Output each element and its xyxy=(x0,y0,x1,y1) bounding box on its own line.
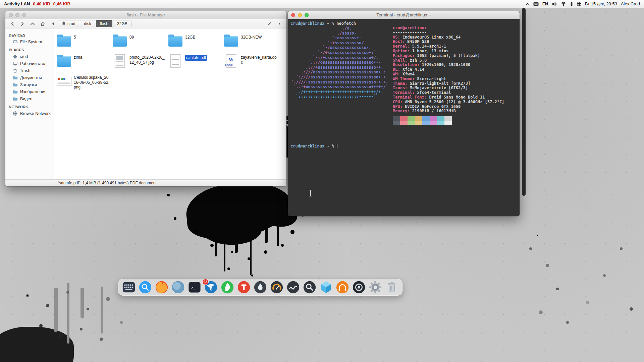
file-manager-window: flash - File Manager cruddiskflash32GB D… xyxy=(5,11,286,186)
fm-files[interactable]: 50932GB32GB-NEWzimaphoto_2020-02-26_12_4… xyxy=(54,28,286,179)
dock-item-terminal-app[interactable]: >_ xyxy=(187,280,202,294)
zoom-button[interactable] xyxy=(22,13,26,17)
minimize-button[interactable] xyxy=(298,13,302,17)
palette-swatch xyxy=(444,116,452,121)
close-button[interactable] xyxy=(9,13,13,17)
file-santafe-pdf[interactable]: santafe.pdf xyxy=(168,53,221,72)
dock-item-green-app[interactable] xyxy=(220,280,234,294)
file-label: 32GB-NEW xyxy=(241,35,277,52)
fm-sidebar: DEVICESFile SystemPLACEScrudРабочий стол… xyxy=(5,28,54,179)
prompt-user: crud@archlinux xyxy=(290,144,324,148)
breadcrumb-item-crud[interactable]: crud xyxy=(58,20,79,27)
dock-item-search-blue-app[interactable] xyxy=(138,280,152,294)
dock-item-gem-app[interactable] xyxy=(319,280,333,294)
sidebar-item-label: crud xyxy=(20,54,28,59)
wifi-icon[interactable] xyxy=(561,2,566,6)
ascii-art-line: `:////ssssssssssssssssssssssssssso+++. xyxy=(291,75,388,80)
terminal-prompt[interactable]: crud@archlinux ~ % xyxy=(290,144,517,148)
back-button[interactable] xyxy=(8,20,17,27)
dock-item-trash[interactable] xyxy=(385,280,399,294)
dock: >_63 xyxy=(118,279,402,296)
dock-item-curve-app[interactable] xyxy=(286,280,300,294)
terminal-output[interactable]: crud@archlinux ~ % neofetch ./o. ./sssso… xyxy=(288,19,520,216)
file-снимок-экрана-2016-06-05-06-38-52-png[interactable]: Снимок экрана_2016-06-05_06-38-52.png xyxy=(56,73,110,92)
dock-item-thunderbird[interactable]: 63 xyxy=(204,280,218,294)
breadcrumb-label: flash xyxy=(100,21,108,26)
close-button[interactable] xyxy=(291,13,295,17)
paint-drip xyxy=(265,225,268,243)
paint-drip xyxy=(67,283,69,344)
dock-item-firefox[interactable] xyxy=(155,280,169,294)
edit-path-icon[interactable] xyxy=(265,20,274,27)
sidebar-item-документы[interactable]: Документы xyxy=(5,74,54,81)
forward-button[interactable] xyxy=(18,20,27,27)
dock-item-headphones-app[interactable] xyxy=(335,280,350,294)
file-32gb[interactable]: 32GB xyxy=(168,33,221,52)
sidebar-item-trash[interactable]: Trash xyxy=(5,67,54,74)
sidebar-section-devices: DEVICES xyxy=(5,31,54,38)
sidebar-item-рабочий-стол[interactable]: Рабочий стол xyxy=(5,60,54,67)
neofetch-info-line: GPU: NVIDIA GeForce GTX 1650 xyxy=(393,105,504,109)
up-button[interactable] xyxy=(28,20,37,27)
caret-up-icon[interactable] xyxy=(526,3,530,5)
palette-swatch xyxy=(437,116,444,121)
folder-icon-wrap xyxy=(168,33,183,49)
sidebar-item-загрузки[interactable]: Загрузки xyxy=(5,81,54,88)
dock-item-keyboard-app[interactable] xyxy=(122,280,136,294)
palette-swatch xyxy=(400,121,408,125)
doc-file-icon: WDOC xyxy=(226,54,236,68)
menubar: Activity LAN 0,40 KiB 0,46 KiB EN Вт 15 … xyxy=(0,0,644,8)
sidebar-item-видео[interactable]: Видео xyxy=(5,95,54,102)
file-5[interactable]: 5 xyxy=(56,33,110,52)
file-manager-titlebar[interactable]: flash - File Manager xyxy=(5,11,286,19)
statusbar: “santafe.pdf”: 1,4 MiB (1 490 491 bytes)… xyxy=(5,179,286,186)
neofetch-info-line: Memory: 2190MiB / 16013MiB xyxy=(393,109,504,114)
paint-splatter xyxy=(201,215,262,245)
dock-item-red-app[interactable] xyxy=(237,280,251,294)
image-icon-wrap xyxy=(112,53,127,69)
activity-menu[interactable]: Activity LAN xyxy=(4,1,30,6)
sidebar-item-file-system[interactable]: File System xyxy=(5,38,54,45)
file-09[interactable]: 09 xyxy=(112,33,166,52)
toolbar-overflow-icon[interactable] xyxy=(275,20,284,27)
dock-item-settings-app[interactable] xyxy=(368,280,382,294)
file-label: 09 xyxy=(129,35,166,52)
volume-icon[interactable] xyxy=(552,2,557,6)
sidebar-item-изображения[interactable]: Изображения xyxy=(5,88,54,95)
terminal-titlebar[interactable]: Terminal - crud@archlinux:~ xyxy=(288,11,520,19)
dock-item-lens-app[interactable] xyxy=(352,280,366,294)
home-button[interactable] xyxy=(38,20,47,27)
ascii-art-line: ./o. xyxy=(291,26,388,31)
sidebar-item-crud[interactable]: crud xyxy=(5,53,54,60)
paint-drip xyxy=(250,228,252,275)
command-text: neofetch xyxy=(336,21,356,26)
breadcrumb-item-disk[interactable]: disk xyxy=(80,20,95,27)
palette-swatch xyxy=(430,116,437,121)
dock-item-dark-search-app[interactable] xyxy=(303,280,317,294)
zoom-button[interactable] xyxy=(305,13,309,17)
folder-icon-wrap xyxy=(56,53,72,69)
user-menu[interactable]: Alex Crud xyxy=(621,1,640,6)
breadcrumb-item-32gb[interactable]: 32GB xyxy=(113,20,131,27)
file-zayavlenie-karta-doc[interactable]: WDOCzayavlenie_karta.doc xyxy=(223,53,277,72)
minimize-button[interactable] xyxy=(15,13,19,17)
keyboard-layout-icon[interactable] xyxy=(533,2,539,6)
folder-icon xyxy=(113,36,127,47)
folder-icon-wrap xyxy=(56,33,72,49)
file-32gb-new[interactable]: 32GB-NEW xyxy=(223,33,277,52)
bluetooth-icon[interactable] xyxy=(570,2,573,6)
file-zima[interactable]: zima xyxy=(56,53,110,72)
dock-item-globe-app[interactable] xyxy=(171,280,185,294)
dock-item-droplet-app[interactable] xyxy=(253,280,267,294)
sidebar-item-browse-network[interactable]: Browse Network xyxy=(5,110,54,117)
breadcrumb-item-flash[interactable]: flash xyxy=(96,20,112,27)
palette-swatch xyxy=(422,121,430,125)
file-manager-body: DEVICESFile SystemPLACEScrudРабочий стол… xyxy=(5,28,286,179)
breadcrumb-scroll-left[interactable] xyxy=(50,20,56,27)
window-title: flash - File Manager xyxy=(5,12,286,17)
file-photo-2020-02-26-12-40-57-jpg[interactable]: photo_2020-02-26_12_40_57.jpg xyxy=(112,53,166,72)
clock[interactable]: Вт 15 дек, 20:53 xyxy=(585,1,617,6)
dock-item-gauge-app[interactable] xyxy=(270,280,284,294)
workspace-grid-icon[interactable] xyxy=(577,2,581,6)
language-indicator[interactable]: EN xyxy=(542,2,548,6)
